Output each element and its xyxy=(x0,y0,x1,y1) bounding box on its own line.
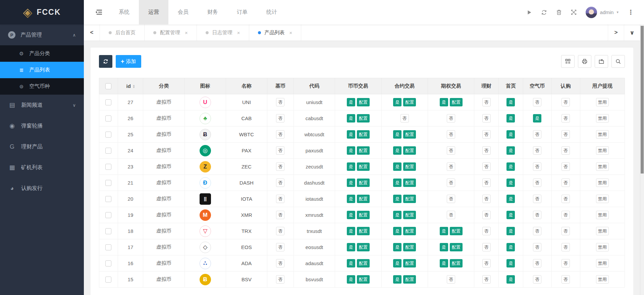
badge-yes[interactable]: 是 xyxy=(347,259,355,267)
badge-no[interactable]: 否 xyxy=(400,114,409,122)
badge-yes[interactable]: 是 xyxy=(440,227,448,235)
tab-close-icon[interactable]: × xyxy=(237,30,240,36)
badge-config[interactable]: 配置 xyxy=(357,98,370,106)
badge-config[interactable]: 配置 xyxy=(357,275,370,284)
row-checkbox[interactable] xyxy=(105,196,111,202)
badge-no[interactable]: 否 xyxy=(533,259,541,267)
sidebar-item-carousel[interactable]: ◉弹窗轮播 xyxy=(0,115,84,136)
badge-yes[interactable]: 是 xyxy=(506,130,515,139)
badge-no[interactable]: 否 xyxy=(447,211,455,219)
tabs-scroll-left-icon[interactable]: < xyxy=(84,24,100,41)
badge-no[interactable]: 否 xyxy=(533,195,541,203)
page-scrollbar[interactable] xyxy=(640,24,644,295)
badge-yes[interactable]: 是 xyxy=(440,98,448,106)
badge-no[interactable]: 否 xyxy=(482,227,491,235)
row-checkbox[interactable] xyxy=(105,132,111,138)
table-row[interactable]: 25虚拟币ɃWBTC否wbtcusdt是配置是配置否否是否否禁用 xyxy=(99,127,625,143)
badge-yes[interactable]: 是 xyxy=(506,275,515,284)
trash-icon[interactable] xyxy=(556,9,562,15)
nav-order[interactable]: 订单 xyxy=(227,0,257,24)
badge-no[interactable]: 否 xyxy=(533,162,541,171)
badge-yes[interactable]: 是 xyxy=(393,195,401,203)
badge-yes[interactable]: 是 xyxy=(347,146,355,155)
badge-no[interactable]: 否 xyxy=(447,130,455,139)
badge-yes[interactable]: 是 xyxy=(440,243,448,251)
badge-no[interactable]: 否 xyxy=(447,275,455,284)
badge-no[interactable]: 否 xyxy=(561,98,570,106)
badge-no[interactable]: 否 xyxy=(561,114,570,122)
badge-no[interactable]: 否 xyxy=(561,179,570,187)
tab-home[interactable]: 后台首页 xyxy=(100,24,145,41)
badge-no[interactable]: 否 xyxy=(447,146,455,155)
badge-yes[interactable]: 是 xyxy=(506,227,515,235)
nav-operation[interactable]: 运营 xyxy=(139,0,168,24)
badge-no[interactable]: 否 xyxy=(561,243,570,251)
badge-yes[interactable]: 是 xyxy=(533,114,541,122)
badge-config[interactable]: 配置 xyxy=(450,227,463,235)
badge-disabled[interactable]: 禁用 xyxy=(596,195,609,203)
badge-no[interactable]: 否 xyxy=(482,195,491,203)
sidebar-item-miner[interactable]: ▦矿机列表 xyxy=(0,157,84,178)
user-menu[interactable]: admin ▾ xyxy=(586,7,619,18)
nav-stats[interactable]: 统计 xyxy=(257,0,286,24)
tab-log[interactable]: 日志管理× xyxy=(197,24,249,41)
refresh-icon[interactable] xyxy=(541,9,547,15)
table-row[interactable]: 20虚拟币⣿IOTA否iotausdt是配置是配置否否是否否禁用 xyxy=(99,191,625,207)
badge-yes[interactable]: 是 xyxy=(506,259,515,267)
badge-config[interactable]: 配置 xyxy=(357,259,370,267)
badge-config[interactable]: 配置 xyxy=(450,98,463,106)
sidebar-item-subscribe[interactable]: ◕认购发行 xyxy=(0,178,84,199)
row-checkbox[interactable] xyxy=(105,180,111,186)
table-row[interactable]: 26虚拟币♣CAB否cabusdt是配置否否否是是否禁用 xyxy=(99,110,625,127)
badge-yes[interactable]: 是 xyxy=(347,179,355,187)
menu-collapse-icon[interactable] xyxy=(89,0,109,24)
badge-yes[interactable]: 是 xyxy=(393,146,401,155)
print-icon[interactable] xyxy=(578,55,591,68)
kebab-menu-icon[interactable]: ⋮ xyxy=(628,8,634,16)
table-row[interactable]: 18虚拟币▽TRX否trxusdt是配置是配置是配置否是否否禁用 xyxy=(99,223,625,239)
badge-disabled[interactable]: 禁用 xyxy=(596,227,609,235)
tab-product-list[interactable]: 产品列表× xyxy=(249,24,302,41)
badge-config[interactable]: 配置 xyxy=(403,195,416,203)
tab-config[interactable]: 配置管理× xyxy=(145,24,197,41)
badge-yes[interactable]: 是 xyxy=(506,179,515,187)
row-checkbox[interactable] xyxy=(105,115,111,121)
row-checkbox[interactable] xyxy=(105,212,111,218)
badge-yes[interactable]: 是 xyxy=(393,243,401,251)
sidebar-item-finance[interactable]: G理财产品 xyxy=(0,136,84,157)
badge-yes[interactable]: 是 xyxy=(393,259,401,267)
tab-close-icon[interactable]: × xyxy=(185,30,188,36)
badge-no[interactable]: 否 xyxy=(561,227,570,235)
badge-yes[interactable]: 是 xyxy=(347,227,355,235)
badge-no[interactable]: 否 xyxy=(482,162,491,171)
badge-config[interactable]: 配置 xyxy=(403,179,416,187)
row-checkbox[interactable] xyxy=(105,228,111,234)
badge-no[interactable]: 否 xyxy=(276,130,284,139)
search-icon[interactable] xyxy=(611,55,625,68)
refresh-table-button[interactable] xyxy=(99,55,112,68)
badge-no[interactable]: 否 xyxy=(447,162,455,171)
fullscreen-icon[interactable] xyxy=(571,9,577,15)
badge-yes[interactable]: 是 xyxy=(393,98,401,106)
badge-no[interactable]: 否 xyxy=(561,130,570,139)
table-row[interactable]: 21虚拟币ÐDASH否dashusdt是配置是配置否否是否否禁用 xyxy=(99,175,625,191)
sidebar-item-product-list[interactable]: ≣产品列表 xyxy=(0,62,84,78)
badge-yes[interactable]: 是 xyxy=(506,195,515,203)
badge-yes[interactable]: 是 xyxy=(506,146,515,155)
badge-config[interactable]: 配置 xyxy=(450,259,463,267)
badge-config[interactable]: 配置 xyxy=(403,146,416,155)
badge-no[interactable]: 否 xyxy=(276,98,284,106)
badge-disabled[interactable]: 禁用 xyxy=(596,179,609,187)
badge-no[interactable]: 否 xyxy=(276,211,284,219)
badge-no[interactable]: 否 xyxy=(533,98,541,106)
table-row[interactable]: 15虚拟币ɃBSV否bsvusdt是配置是配置否否是否否禁用 xyxy=(99,272,625,288)
badge-config[interactable]: 配置 xyxy=(357,162,370,171)
badge-no[interactable]: 否 xyxy=(482,130,491,139)
badge-yes[interactable]: 是 xyxy=(347,243,355,251)
badge-no[interactable]: 否 xyxy=(482,259,491,267)
export-icon[interactable] xyxy=(595,55,608,68)
sidebar-item-product-category[interactable]: ⚙产品分类 xyxy=(0,45,84,62)
badge-config[interactable]: 配置 xyxy=(357,146,370,155)
badge-no[interactable]: 否 xyxy=(533,227,541,235)
badge-config[interactable]: 配置 xyxy=(403,259,416,267)
